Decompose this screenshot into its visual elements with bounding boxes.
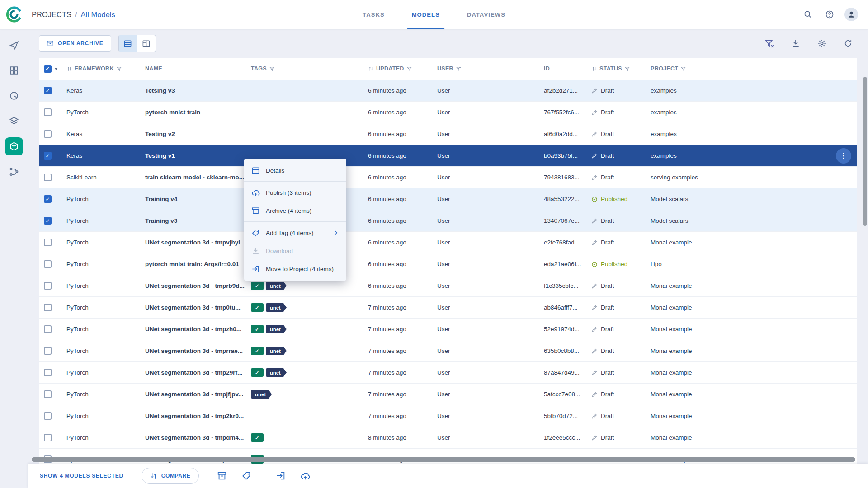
select-all-checkbox[interactable]: ✓ <box>44 65 52 73</box>
tag-chip[interactable]: unet <box>266 303 287 312</box>
vertical-scrollbar[interactable] <box>863 77 867 226</box>
table-row[interactable]: PyTorchUNet segmentation 3d - tmp29rf...… <box>39 362 857 384</box>
move-to-project-action-button[interactable] <box>276 471 286 481</box>
table-row[interactable]: ScikitLearntrain sklearn model - sklearn… <box>39 167 857 188</box>
show-selected-link[interactable]: SHOW 4 MODELS SELECTED <box>40 473 123 479</box>
row-checkbox[interactable] <box>44 434 52 441</box>
cell-updated: 6 minutes ago <box>368 174 437 181</box>
row-checkbox[interactable] <box>44 260 52 268</box>
cell-project: examples <box>651 131 857 137</box>
table-row[interactable]: PyTorchUNet segmentation 3d - tmp2kr0...… <box>39 405 857 427</box>
column-header-name[interactable]: NAME <box>145 66 251 72</box>
column-header-user[interactable]: USER <box>437 66 544 72</box>
table-row[interactable]: PyTorchpytorch mnist train: Args/lr=0.01… <box>39 253 857 275</box>
row-menu-button[interactable] <box>836 148 851 164</box>
cell-id: 52e91974d... <box>544 326 591 333</box>
row-checkbox[interactable] <box>44 304 52 311</box>
column-header-framework[interactable]: FRAMEWORK <box>66 66 145 72</box>
settings-button[interactable] <box>813 35 830 52</box>
tag-check-chip[interactable]: ✓ <box>251 282 264 290</box>
column-header-updated[interactable]: UPDATED <box>368 66 437 72</box>
sidebar-item-dashboard[interactable] <box>5 36 23 54</box>
menu-item-details[interactable]: Details <box>244 161 346 179</box>
table-row[interactable]: KerasTesting v26 minutes agoUseraf6d0a2d… <box>39 123 857 145</box>
row-checkbox[interactable] <box>44 347 52 355</box>
column-header-status[interactable]: STATUS <box>591 66 651 72</box>
refresh-button[interactable] <box>840 35 857 52</box>
row-checkbox[interactable]: ✓ <box>44 195 52 203</box>
row-checkbox[interactable] <box>44 369 52 376</box>
sidebar <box>0 29 28 488</box>
table-row[interactable]: PyTorchUNet segmentation 3d - tmprb9d...… <box>39 275 857 297</box>
search-button[interactable] <box>799 6 816 23</box>
row-checkbox[interactable] <box>44 108 52 116</box>
table-row[interactable]: PyTorchUNet segmentation 3d - tmpjfjpv..… <box>39 384 857 405</box>
table-row[interactable]: PyTorchUNet segmentation 3d - tmprrae...… <box>39 340 857 362</box>
tag-chip[interactable]: unet <box>266 325 287 333</box>
table-row[interactable]: ✓PyTorchTraining v36 minutes agoUser1340… <box>39 210 857 232</box>
table-row[interactable]: ✓KerasTesting v16 minutes agoUserb0a93b7… <box>39 145 857 167</box>
sidebar-item-models[interactable] <box>5 137 23 155</box>
add-tag-action-button[interactable] <box>241 471 251 481</box>
row-checkbox[interactable]: ✓ <box>44 217 52 225</box>
row-checkbox[interactable]: ✓ <box>44 87 52 94</box>
row-checkbox[interactable]: ✓ <box>44 152 52 160</box>
tag-check-chip[interactable]: ✓ <box>251 433 264 442</box>
tag-check-chip[interactable]: ✓ <box>251 347 264 355</box>
card-view-button[interactable] <box>137 35 156 52</box>
tab-tasks[interactable]: TASKS <box>361 0 387 29</box>
compare-button[interactable]: COMPARE <box>142 468 199 484</box>
table-row[interactable]: ✓PyTorchTraining v46 minutes agoUser48a5… <box>39 188 857 210</box>
menu-item-move-to-project-4-items[interactable]: Move to Project (4 items) <box>244 260 346 278</box>
tag-chip[interactable]: unet <box>251 390 272 399</box>
table-row[interactable]: PyTorchUNet segmentation 3d - tmpvjhyl..… <box>39 232 857 253</box>
publish-action-button[interactable] <box>300 471 310 481</box>
menu-item-publish-3-items[interactable]: Publish (3 items) <box>244 183 346 202</box>
tag-chip[interactable]: unet <box>266 282 287 290</box>
table-row[interactable]: PyTorchUNet segmentation 3d - tmpzh0...✓… <box>39 319 857 340</box>
clearml-logo[interactable] <box>0 5 28 23</box>
sidebar-item-datasets[interactable] <box>5 112 23 130</box>
cell-updated: 6 minutes ago <box>368 239 437 246</box>
tag-chip[interactable]: unet <box>266 368 287 377</box>
clear-filters-button[interactable] <box>761 35 778 52</box>
column-header-id[interactable]: ID <box>544 66 591 72</box>
tag-check-chip[interactable]: ✓ <box>251 368 264 377</box>
row-checkbox[interactable] <box>44 239 52 246</box>
breadcrumb-current[interactable]: All Models <box>81 10 115 19</box>
row-checkbox[interactable] <box>44 390 52 398</box>
tag-chip[interactable]: unet <box>266 347 287 355</box>
tab-dataviews[interactable]: DATAVIEWS <box>465 0 507 29</box>
column-header-project[interactable]: PROJECT <box>651 66 857 72</box>
tab-models[interactable]: MODELS <box>410 0 442 29</box>
archive-action-button[interactable] <box>217 471 227 481</box>
tag-check-chip[interactable]: ✓ <box>251 325 264 333</box>
profile-button[interactable] <box>843 6 860 23</box>
table-row[interactable]: PyTorchpytorch mnist train6 minutes agoU… <box>39 102 857 123</box>
select-all-caret-icon[interactable] <box>54 68 58 70</box>
menu-item-archive-4-items[interactable]: Archive (4 items) <box>244 202 346 220</box>
cell-status: Published <box>591 196 651 202</box>
tag-check-chip[interactable]: ✓ <box>251 303 264 312</box>
cell-status: Published <box>591 261 651 267</box>
search-icon <box>803 10 812 19</box>
table-row[interactable]: PyTorchUNet segmentation 3d - tmp0tu...✓… <box>39 297 857 319</box>
sidebar-item-projects[interactable] <box>5 61 23 80</box>
help-button[interactable] <box>821 6 838 23</box>
cell-status: Draft <box>591 87 651 94</box>
row-checkbox[interactable] <box>44 130 52 138</box>
horizontal-scrollbar[interactable] <box>32 457 855 462</box>
menu-item-add-tag-4-items[interactable]: Add Tag (4 items) <box>244 224 346 242</box>
sidebar-item-reports[interactable] <box>5 87 23 105</box>
table-row[interactable]: PyTorchUNet segmentation 3d - tmpdm4...✓… <box>39 427 857 449</box>
row-checkbox[interactable] <box>44 174 52 181</box>
row-checkbox[interactable] <box>44 325 52 333</box>
open-archive-button[interactable]: OPEN ARCHIVE <box>39 35 111 52</box>
row-checkbox[interactable] <box>44 412 52 420</box>
table-row[interactable]: ✓KerasTetsing v36 minutes agoUseraf2b2d2… <box>39 80 857 102</box>
table-view-button[interactable] <box>119 35 137 52</box>
download-table-button[interactable] <box>787 35 804 52</box>
column-header-tags[interactable]: TAGS <box>251 66 368 72</box>
row-checkbox[interactable] <box>44 282 52 290</box>
sidebar-item-pipelines[interactable] <box>5 163 23 181</box>
